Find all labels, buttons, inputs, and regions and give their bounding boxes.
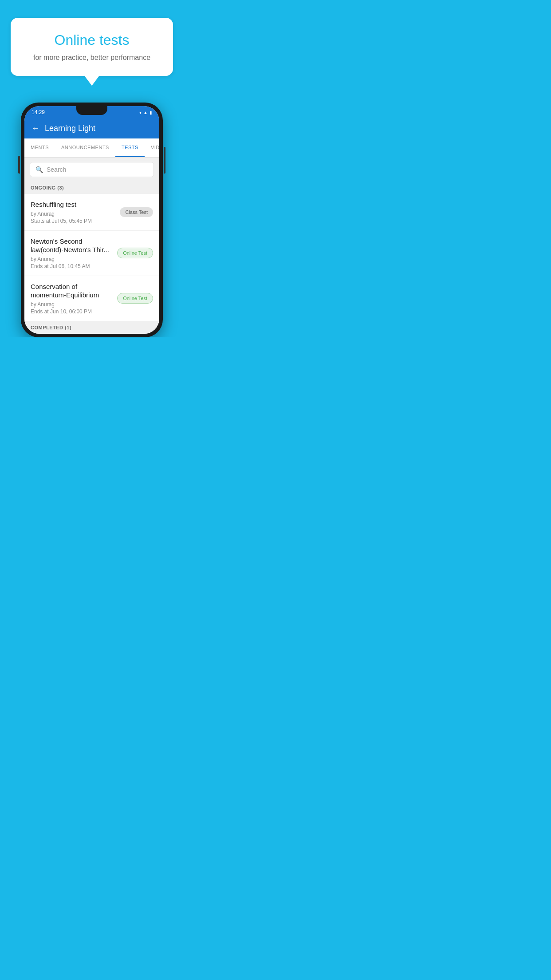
bubble-subtitle: for more practice, better performance [21, 54, 162, 62]
test-by-1: by Anurag [31, 211, 116, 217]
status-bar: 14:29 ▾ ▲ ▮ [24, 106, 159, 119]
phone-section: 14:29 ▾ ▲ ▮ ← Learning Light MENTS ANNOU… [0, 103, 184, 337]
tab-tests[interactable]: TESTS [115, 138, 145, 157]
side-button-right [164, 147, 165, 174]
wifi-icon: ▾ [139, 110, 142, 115]
back-button[interactable]: ← [31, 124, 39, 133]
test-badge-2: Online Test [117, 248, 153, 258]
test-name-3: Conservation of momentum-Equilibrium [31, 282, 114, 300]
tabs-container: MENTS ANNOUNCEMENTS TESTS VIDEOS [24, 138, 159, 158]
phone-frame: 14:29 ▾ ▲ ▮ ← Learning Light MENTS ANNOU… [21, 103, 163, 337]
tab-ments[interactable]: MENTS [24, 138, 55, 157]
test-by-3: by Anurag [31, 301, 114, 308]
test-badge-1: Class Test [120, 207, 153, 217]
tests-list: Reshuffling test by Anurag Starts at Jul… [24, 194, 159, 321]
status-time: 14:29 [31, 109, 45, 115]
app-title: Learning Light [45, 124, 95, 133]
test-item-3[interactable]: Conservation of momentum-Equilibrium by … [24, 276, 159, 321]
test-item-2[interactable]: Newton's Second law(contd)-Newton's Thir… [24, 231, 159, 276]
app-header: ← Learning Light [24, 119, 159, 138]
test-name-1: Reshuffling test [31, 200, 116, 209]
test-info-1: Reshuffling test by Anurag Starts at Jul… [31, 200, 116, 224]
bubble-title: Online tests [21, 32, 162, 48]
test-by-2: by Anurag [31, 256, 114, 262]
status-icons: ▾ ▲ ▮ [139, 110, 152, 115]
test-name-2: Newton's Second law(contd)-Newton's Thir… [31, 237, 114, 254]
test-info-3: Conservation of momentum-Equilibrium by … [31, 282, 114, 315]
speech-bubble: Online tests for more practice, better p… [11, 18, 173, 76]
test-info-2: Newton's Second law(contd)-Newton's Thir… [31, 237, 114, 269]
signal-icon: ▲ [143, 110, 148, 115]
test-badge-3: Online Test [117, 293, 153, 304]
test-date-2: Ends at Jul 06, 10:45 AM [31, 263, 114, 269]
tab-videos[interactable]: VIDEOS [145, 138, 159, 157]
battery-icon: ▮ [150, 110, 152, 115]
search-bar[interactable]: 🔍 Search [30, 162, 154, 177]
notch [76, 106, 107, 115]
tab-announcements[interactable]: ANNOUNCEMENTS [55, 138, 115, 157]
search-placeholder: Search [47, 166, 66, 173]
side-button-left [18, 156, 20, 174]
test-item-1[interactable]: Reshuffling test by Anurag Starts at Jul… [24, 194, 159, 231]
search-container: 🔍 Search [24, 158, 159, 182]
completed-section-label: COMPLETED (1) [24, 321, 159, 334]
test-date-3: Ends at Jun 10, 06:00 PM [31, 308, 114, 315]
phone-screen: 14:29 ▾ ▲ ▮ ← Learning Light MENTS ANNOU… [24, 106, 159, 334]
hero-section: Online tests for more practice, better p… [0, 0, 184, 76]
test-date-1: Starts at Jul 05, 05:45 PM [31, 218, 116, 224]
search-icon: 🔍 [35, 166, 43, 173]
ongoing-section-label: ONGOING (3) [24, 182, 159, 194]
